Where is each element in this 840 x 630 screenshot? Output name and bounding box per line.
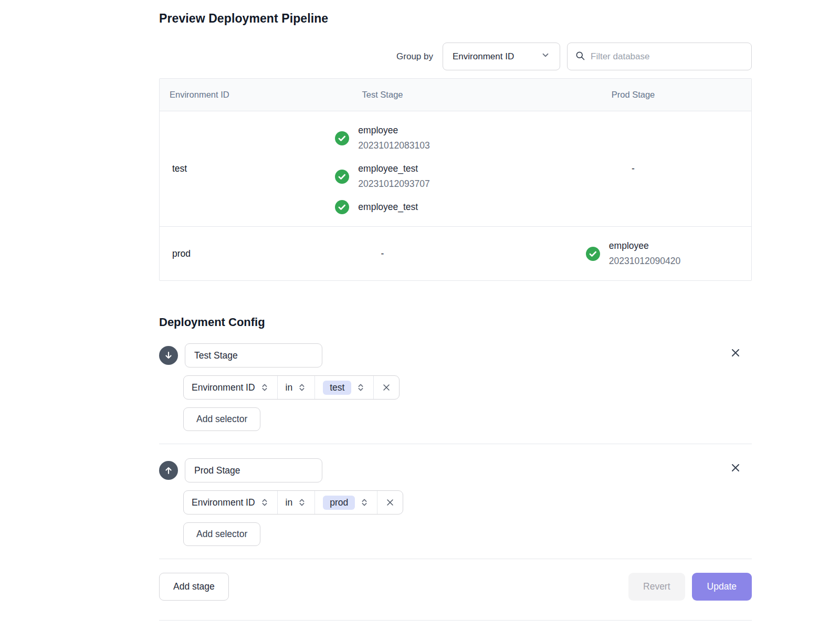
updown-chevrons-icon bbox=[297, 498, 307, 507]
database-name: employee_test bbox=[358, 161, 429, 176]
selector-operator-value: in bbox=[286, 497, 293, 508]
selector-row: Environment ID in prod bbox=[183, 490, 752, 514]
group-by-label: Group by bbox=[396, 51, 433, 62]
database-name: employee bbox=[609, 238, 680, 254]
environment-id-value: test bbox=[160, 163, 250, 174]
stage-block-test: Environment ID in test Add selector bbox=[159, 343, 752, 431]
database-name: employee_test bbox=[358, 200, 418, 215]
arrow-down-circle-icon bbox=[159, 346, 178, 365]
arrow-up-circle-icon bbox=[159, 461, 178, 480]
selector-field-select[interactable]: Environment ID bbox=[184, 491, 278, 514]
database-name: employee bbox=[358, 123, 429, 138]
deployment-list: employee 20231012083103 employee_test 20… bbox=[335, 123, 429, 215]
selector-operator-select[interactable]: in bbox=[278, 376, 316, 399]
close-icon bbox=[729, 461, 742, 474]
prod-stage-cell: employee 20231012090420 bbox=[515, 227, 751, 280]
selector-operator-select[interactable]: in bbox=[278, 491, 316, 514]
deployment-config-heading: Deployment Config bbox=[159, 316, 752, 329]
page-content: Preview Deployment Pipeline Group by Env… bbox=[159, 0, 752, 621]
prod-stage-cell: - bbox=[515, 111, 751, 226]
chevron-down-icon bbox=[541, 50, 550, 62]
updown-chevrons-icon bbox=[356, 383, 365, 392]
add-selector-button[interactable]: Add selector bbox=[183, 522, 260, 546]
selector-group: Environment ID in test bbox=[183, 375, 400, 400]
stage-divider bbox=[159, 444, 752, 444]
stage-name-input[interactable] bbox=[185, 343, 322, 368]
selector-value-pill: prod bbox=[323, 496, 355, 510]
check-circle-icon bbox=[335, 200, 349, 214]
check-circle-icon bbox=[335, 131, 349, 145]
close-icon bbox=[729, 346, 742, 359]
database-version: 20231012093707 bbox=[358, 176, 429, 192]
column-header-prod-stage: Prod Stage bbox=[515, 90, 751, 100]
database-version: 20231012090420 bbox=[609, 254, 680, 269]
stage-name-input[interactable] bbox=[185, 458, 322, 482]
deployment-text: employee 20231012090420 bbox=[609, 238, 680, 269]
close-icon bbox=[385, 497, 395, 508]
add-selector-button[interactable]: Add selector bbox=[183, 407, 260, 431]
selector-row: Environment ID in test bbox=[183, 375, 752, 400]
add-stage-button[interactable]: Add stage bbox=[159, 573, 229, 601]
table-row-test: test employee 20231012083103 employee_te… bbox=[160, 111, 751, 227]
close-icon bbox=[381, 382, 392, 393]
deployment-text: employee 20231012083103 bbox=[358, 123, 429, 153]
group-by-select[interactable]: Environment ID bbox=[443, 43, 560, 70]
group-by-selected-value: Environment ID bbox=[453, 51, 514, 62]
check-circle-icon bbox=[586, 247, 600, 261]
remove-selector-button[interactable] bbox=[377, 491, 403, 514]
filter-database-input[interactable] bbox=[591, 51, 744, 62]
selector-value-select[interactable]: test bbox=[315, 376, 374, 399]
bottom-actions: Add stage Revert Update bbox=[159, 573, 752, 601]
table-row-prod: prod - employee 20231012090420 bbox=[160, 227, 751, 280]
remove-stage-button[interactable] bbox=[729, 346, 742, 360]
updown-chevrons-icon bbox=[360, 498, 369, 507]
remove-selector-button[interactable] bbox=[374, 376, 399, 399]
deployment-text: employee_test 20231012093707 bbox=[358, 161, 429, 192]
pipeline-table: Environment ID Test Stage Prod Stage tes… bbox=[159, 78, 752, 281]
empty-stage-dash: - bbox=[632, 163, 635, 174]
page-title: Preview Deployment Pipeline bbox=[159, 12, 752, 26]
pipeline-controls: Group by Environment ID bbox=[159, 43, 752, 70]
updown-chevrons-icon bbox=[260, 498, 269, 507]
revert-button[interactable]: Revert bbox=[628, 573, 685, 601]
selector-value-pill: test bbox=[323, 381, 351, 395]
updown-chevrons-icon bbox=[260, 383, 269, 392]
page-bottom-divider bbox=[159, 620, 752, 621]
column-header-test-stage: Test Stage bbox=[250, 90, 515, 100]
selector-operator-value: in bbox=[286, 382, 293, 393]
test-stage-cell: employee 20231012083103 employee_test 20… bbox=[250, 111, 515, 226]
selector-field-select[interactable]: Environment ID bbox=[184, 376, 278, 399]
remove-stage-button[interactable] bbox=[729, 461, 742, 475]
stage-header bbox=[159, 343, 752, 368]
search-icon bbox=[575, 50, 585, 63]
database-version: 20231012083103 bbox=[358, 138, 429, 153]
deployment-item: employee 20231012083103 bbox=[335, 123, 429, 153]
updown-chevrons-icon bbox=[297, 383, 307, 392]
section-divider bbox=[159, 559, 752, 559]
stage-block-prod: Environment ID in prod Add selector bbox=[159, 458, 752, 546]
deployment-item: employee_test bbox=[335, 200, 429, 215]
pipeline-table-header: Environment ID Test Stage Prod Stage bbox=[160, 79, 751, 111]
selector-value-select[interactable]: prod bbox=[315, 491, 377, 514]
deployment-text: employee_test bbox=[358, 200, 418, 215]
selector-field-value: Environment ID bbox=[192, 382, 255, 393]
test-stage-cell: - bbox=[250, 227, 515, 280]
update-button[interactable]: Update bbox=[692, 573, 752, 601]
column-header-environment-id: Environment ID bbox=[160, 90, 250, 100]
deployment-item: employee_test 20231012093707 bbox=[335, 161, 429, 192]
right-actions: Revert Update bbox=[628, 573, 752, 601]
empty-stage-dash: - bbox=[381, 248, 384, 259]
check-circle-icon bbox=[335, 170, 349, 184]
deployment-item: employee 20231012090420 bbox=[586, 238, 680, 269]
selector-field-value: Environment ID bbox=[192, 497, 255, 508]
filter-database-box bbox=[567, 43, 752, 70]
selector-group: Environment ID in prod bbox=[183, 490, 403, 514]
environment-id-value: prod bbox=[160, 248, 250, 259]
stage-header bbox=[159, 458, 752, 482]
